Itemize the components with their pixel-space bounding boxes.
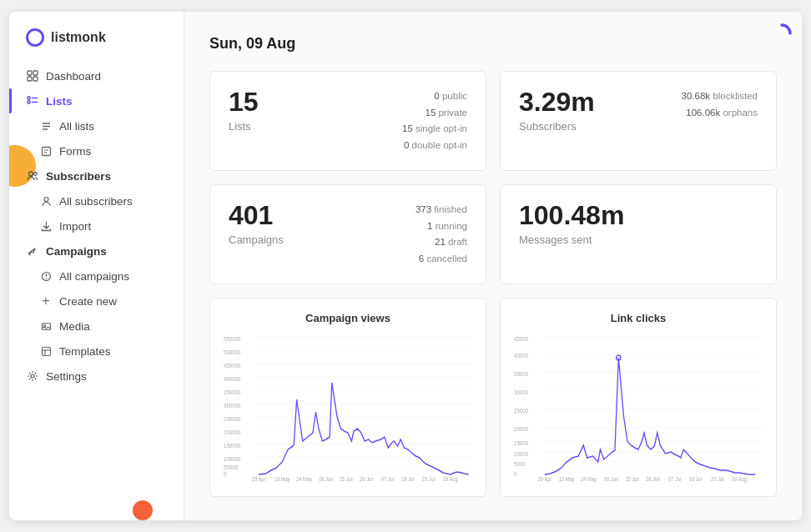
svg-text:5000: 5000 [514, 461, 526, 467]
sidebar-item-campaigns[interactable]: Campaigns [9, 238, 184, 263]
svg-rect-3 [33, 77, 38, 81]
lists-single-optin-count: 15 [402, 123, 413, 133]
svg-text:06 Jun: 06 Jun [604, 476, 618, 482]
sidebar-item-dashboard[interactable]: Dashboard [9, 63, 184, 88]
sidebar: listmonk Dashboard [9, 12, 184, 520]
svg-text:24 May: 24 May [581, 476, 597, 482]
svg-text:400000: 400000 [224, 376, 241, 382]
messages-stat-main: 100.48m Messages sent [519, 202, 741, 246]
svg-point-15 [34, 173, 38, 176]
forms-icon [39, 144, 53, 158]
svg-text:09 Aug: 09 Aug [732, 476, 747, 482]
svg-rect-11 [42, 147, 50, 155]
lists-public-count: 0 [434, 91, 439, 101]
campaign-views-chart: Campaign views 550000 500000 450000 4000… [209, 298, 486, 497]
svg-text:25000: 25000 [514, 408, 528, 414]
messages-stat-card: 100.48m Messages sent [500, 184, 777, 284]
svg-text:0: 0 [514, 471, 517, 477]
charts-row: Campaign views 550000 500000 450000 4000… [209, 298, 777, 497]
svg-point-14 [29, 172, 33, 176]
lists-label: Lists [46, 95, 73, 108]
stats-grid: 15 Lists 0 public 15 private 15 single o… [209, 71, 777, 284]
subscribers-details: 30.68k blocklisted 106.06k orphans [682, 88, 758, 121]
subscribers-count: 3.29m [519, 88, 665, 115]
campaigns-details: 373 finished 1 running 21 draft 6 cancel… [416, 202, 467, 267]
svg-text:10000: 10000 [514, 451, 528, 457]
svg-text:450000: 450000 [224, 363, 241, 369]
sidebar-item-all-subscribers[interactable]: All subscribers [9, 188, 184, 213]
campaigns-stat-card: 401 Campaigns 373 finished 1 running 21 … [209, 184, 486, 284]
sidebar-item-create-new[interactable]: + Create new [9, 289, 184, 314]
svg-point-21 [43, 324, 45, 326]
subscribers-stat-card: 3.29m Subscribers 30.68k blocklisted 106… [500, 71, 777, 171]
dashboard-label: Dashboard [46, 70, 101, 83]
link-clicks-area: 45000 40000 35000 30000 25000 20000 1500… [514, 333, 763, 483]
sidebar-item-templates[interactable]: Templates [9, 339, 184, 364]
svg-text:0: 0 [224, 471, 227, 477]
lists-private-count: 15 [425, 108, 436, 118]
lists-double-optin-count: 0 [404, 140, 409, 150]
subscribers-stat-main: 3.29m Subscribers [519, 88, 665, 133]
subscribers-icon [26, 169, 39, 183]
campaigns-count: 401 [229, 202, 399, 228]
logo[interactable]: listmonk [9, 28, 184, 63]
sidebar-item-all-campaigns[interactable]: All campaigns [9, 263, 184, 289]
create-new-label: Create new [59, 295, 117, 308]
sidebar-item-forms[interactable]: Forms [9, 138, 184, 163]
svg-text:13 May: 13 May [559, 476, 576, 482]
svg-text:100000: 100000 [224, 456, 241, 462]
svg-text:30000: 30000 [514, 389, 528, 395]
svg-text:300000: 300000 [224, 403, 241, 409]
plus-icon: + [39, 294, 53, 308]
svg-text:200000: 200000 [224, 429, 241, 435]
all-campaigns-label: All campaigns [59, 270, 129, 283]
svg-text:26 Jun: 26 Jun [360, 476, 374, 482]
campaigns-label: Campaigns [229, 233, 399, 246]
lists-count: 15 [229, 88, 385, 115]
campaign-views-area: 550000 500000 450000 400000 350000 30000… [224, 333, 472, 483]
draft-count: 21 [435, 237, 446, 247]
svg-point-25 [31, 374, 34, 378]
all-subscribers-label: All subscribers [59, 195, 133, 208]
svg-text:29 Apr: 29 Apr [252, 476, 265, 482]
campaign-views-title: Campaign views [224, 312, 472, 324]
page-title: Sun, 09 Aug [209, 35, 777, 53]
subscribers-label: Subscribers [46, 170, 111, 183]
svg-text:35000: 35000 [514, 371, 528, 377]
svg-text:45000: 45000 [514, 336, 528, 342]
settings-label: Settings [46, 370, 87, 383]
svg-text:250000: 250000 [224, 416, 241, 422]
messages-count: 100.48m [519, 202, 741, 228]
forms-label: Forms [59, 145, 91, 158]
lists-label: Lists [229, 120, 385, 133]
svg-text:550000: 550000 [224, 336, 241, 342]
svg-text:500000: 500000 [224, 349, 241, 355]
sidebar-item-import[interactable]: Import [9, 213, 184, 238]
svg-text:06 Jun: 06 Jun [319, 476, 333, 482]
finished-count: 373 [416, 204, 431, 214]
logo-text: listmonk [51, 30, 106, 45]
sidebar-item-all-lists[interactable]: All lists [9, 113, 184, 138]
svg-text:29 Jul: 29 Jul [422, 476, 435, 482]
svg-text:13 May: 13 May [275, 476, 291, 482]
grid-icon [26, 69, 39, 83]
import-label: Import [59, 220, 91, 233]
sidebar-item-subscribers[interactable]: Subscribers [9, 163, 184, 188]
sidebar-item-lists[interactable]: Lists [9, 88, 184, 113]
svg-rect-6 [28, 101, 30, 103]
svg-rect-1 [33, 71, 38, 75]
svg-text:07 Jul: 07 Jul [381, 476, 394, 482]
svg-text:09 Aug: 09 Aug [443, 476, 458, 482]
messages-label: Messages sent [519, 233, 741, 246]
svg-rect-4 [28, 97, 30, 99]
orphans-count: 106.06k [686, 108, 720, 118]
templates-icon [39, 344, 53, 358]
lists-stat-card: 15 Lists 0 public 15 private 15 single o… [209, 71, 486, 171]
sidebar-item-media[interactable]: Media [9, 314, 184, 339]
svg-text:24 May: 24 May [296, 476, 313, 482]
cancelled-count: 6 [419, 253, 424, 263]
sidebar-item-settings[interactable]: Settings [9, 364, 184, 389]
svg-text:18 Jul: 18 Jul [401, 476, 414, 482]
svg-text:07 Jul: 07 Jul [668, 476, 681, 482]
svg-text:29 Apr: 29 Apr [538, 476, 552, 482]
